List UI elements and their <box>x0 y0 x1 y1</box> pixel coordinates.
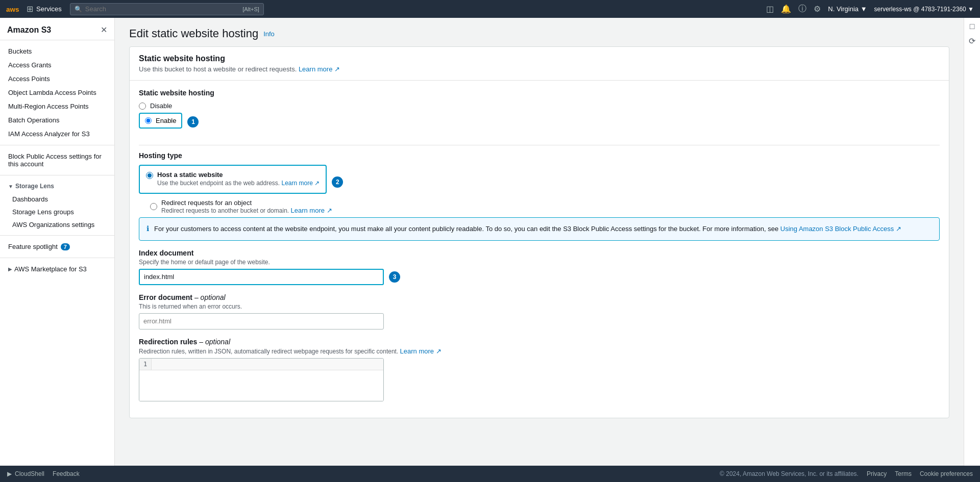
grid-icon[interactable]: ⊞ <box>27 4 33 14</box>
line-number-1: 1 <box>139 359 152 370</box>
privacy-link[interactable]: Privacy <box>867 470 887 477</box>
info-link[interactable]: Info <box>263 30 275 38</box>
sidebar-item-iam-analyzer[interactable]: IAM Access Analyzer for S3 <box>0 127 114 141</box>
main-layout: Amazon S3 ✕ Buckets Access Grants Access… <box>0 18 980 466</box>
hosting-type-box: Host a static website Use the bucket end… <box>139 165 327 194</box>
redirection-rules-desc: Redirection rules, written in JSON, auto… <box>139 347 940 355</box>
account-selector[interactable]: serverless-ws @ 4783-7191-2360 ▼ <box>874 6 974 13</box>
cloud-icon[interactable]: ◫ <box>766 4 774 14</box>
redirection-learn-more[interactable]: Learn more ↗ <box>400 347 442 355</box>
step-badge-1: 1 <box>187 116 199 128</box>
search-input[interactable] <box>85 5 187 13</box>
s3-block-link[interactable]: Using Amazon S3 Block Public Access ↗ <box>780 225 901 233</box>
hosting-type-row: Host a static website Use the bucket end… <box>139 165 940 199</box>
search-bar[interactable]: 🔍 [Alt+S] <box>70 3 264 15</box>
redirect-option: Redirect requests for an object Redirect… <box>150 199 940 214</box>
redirection-rules-label: Redirection rules – optional <box>139 338 940 346</box>
region-selector[interactable]: N. Virginia ▼ <box>828 5 867 13</box>
page-title-row: Edit static website hosting Info <box>129 27 949 40</box>
sidebar-item-aws-marketplace[interactable]: ▶ AWS Marketplace for S3 <box>0 262 114 276</box>
close-sidebar-button[interactable]: ✕ <box>101 25 107 35</box>
search-shortcut: [Alt+S] <box>242 6 259 12</box>
static-hosting-section-title: Static website hosting <box>139 89 940 97</box>
sidebar-item-dashboards[interactable]: Dashboards <box>0 193 114 206</box>
sidebar-title: Amazon S3 <box>7 26 51 35</box>
sidebar-item-batch-operations[interactable]: Batch Operations <box>0 113 114 127</box>
host-static-learn-more[interactable]: Learn more ↗ <box>282 180 320 187</box>
disable-radio[interactable] <box>139 103 146 110</box>
step-badge-3: 3 <box>389 271 400 283</box>
terms-link[interactable]: Terms <box>895 470 912 477</box>
right-panel: □ ⟳ <box>964 18 980 466</box>
search-icon: 🔍 <box>75 6 82 13</box>
error-doc-input[interactable] <box>139 313 384 329</box>
sidebar-item-org-settings[interactable]: AWS Organizations settings <box>0 218 114 231</box>
feedback-button[interactable]: Feedback <box>53 470 80 477</box>
sidebar-item-feature-spotlight[interactable]: Feature spotlight 7 <box>0 240 114 253</box>
sidebar-item-multi-region[interactable]: Multi-Region Access Points <box>0 99 114 113</box>
host-static-option[interactable]: Host a static website Use the bucket end… <box>146 171 320 187</box>
redirect-radio-option[interactable]: Redirect requests for an object Redirect… <box>150 199 940 214</box>
static-hosting-panel: Static website hosting Use this bucket t… <box>129 46 949 418</box>
top-nav-right: ◫ 🔔 ⓘ ⚙ N. Virginia ▼ serverless-ws @ 47… <box>766 4 974 14</box>
cloudshell-button[interactable]: ▶ CloudShell <box>7 470 44 477</box>
panel-body: Static website hosting Disable Enable 1 <box>130 81 949 418</box>
sidebar-section-storage-lens[interactable]: ▼ Storage Lens <box>0 180 114 193</box>
sidebar-item-buckets[interactable]: Buckets <box>0 44 114 58</box>
info-icon: ℹ <box>146 224 149 234</box>
panel-desc: Use this bucket to host a website or red… <box>139 65 940 78</box>
bell-icon[interactable]: 🔔 <box>781 4 791 14</box>
index-doc-input[interactable] <box>139 269 384 285</box>
sidebar: Amazon S3 ✕ Buckets Access Grants Access… <box>0 18 115 466</box>
hosting-radio-group: Disable Enable 1 <box>139 102 940 138</box>
sidebar-item-block-public-access[interactable]: Block Public Access settings for this ac… <box>0 149 114 171</box>
host-static-radio[interactable] <box>146 172 153 179</box>
error-doc-desc: This is returned when an error occurs. <box>139 303 940 310</box>
redirect-radio[interactable] <box>150 203 157 210</box>
page-title: Edit static website hosting <box>129 27 258 40</box>
cookie-preferences-link[interactable]: Cookie preferences <box>920 470 973 477</box>
main-content: Edit static website hosting Info Static … <box>115 18 964 466</box>
error-doc-label: Error document – optional <box>139 293 940 301</box>
page-header: Edit static website hosting Info <box>115 18 964 46</box>
host-static-desc: Use the bucket endpoint as the web addre… <box>157 180 320 187</box>
bottom-bar-right: © 2024, Amazon Web Services, Inc. or its… <box>720 470 973 477</box>
error-doc-optional: – optional <box>194 293 226 301</box>
chevron-down-icon: ▼ <box>8 184 13 189</box>
index-doc-field: Index document Specify the home or defau… <box>139 249 940 285</box>
aws-logo[interactable]: aws <box>6 5 21 14</box>
panel-header: Static website hosting Use this bucket t… <box>130 47 949 81</box>
top-nav: aws ⊞ Services 🔍 [Alt+S] ◫ 🔔 ⓘ ⚙ N. Virg… <box>0 0 980 18</box>
index-doc-desc: Specify the home or default page of the … <box>139 259 940 266</box>
services-label[interactable]: Services <box>36 5 62 13</box>
learn-more-link-main[interactable]: Learn more ↗ <box>299 65 340 73</box>
error-doc-field: Error document – optional This is return… <box>139 293 940 329</box>
enable-radio[interactable] <box>145 117 152 124</box>
sidebar-nav: Buckets Access Grants Access Points Obje… <box>0 40 114 466</box>
sidebar-item-lens-groups[interactable]: Storage Lens groups <box>0 206 114 218</box>
right-panel-icon-2[interactable]: ⟳ <box>969 36 975 46</box>
help-icon[interactable]: ⓘ <box>798 4 806 14</box>
step-badge-2: 2 <box>332 176 343 188</box>
editor-body[interactable] <box>139 370 383 401</box>
right-panel-icon-1[interactable]: □ <box>970 22 975 31</box>
chevron-right-icon: ▶ <box>8 266 12 272</box>
svg-text:aws: aws <box>6 5 19 13</box>
enable-box[interactable]: Enable <box>139 113 182 129</box>
editor-gutter: 1 <box>139 359 383 370</box>
info-box-text: For your customers to access content at … <box>154 224 901 234</box>
disable-option[interactable]: Disable <box>139 102 940 110</box>
redirection-rules-editor[interactable]: 1 <box>139 358 384 401</box>
index-doc-row: 3 <box>139 269 940 285</box>
panel-title: Static website hosting <box>139 54 940 63</box>
terminal-icon: ▶ <box>7 470 12 477</box>
redirect-learn-more[interactable]: Learn more ↗ <box>290 207 332 214</box>
enable-row: Enable 1 <box>139 113 940 131</box>
info-box: ℹ For your customers to access content a… <box>139 217 940 241</box>
settings-icon[interactable]: ⚙ <box>814 4 821 14</box>
sidebar-item-object-lambda[interactable]: Object Lambda Access Points <box>0 86 114 99</box>
hosting-type-section-title: Hosting type <box>139 151 940 160</box>
sidebar-item-access-points[interactable]: Access Points <box>0 72 114 86</box>
sidebar-item-access-grants[interactable]: Access Grants <box>0 58 114 72</box>
index-doc-label: Index document <box>139 249 940 257</box>
